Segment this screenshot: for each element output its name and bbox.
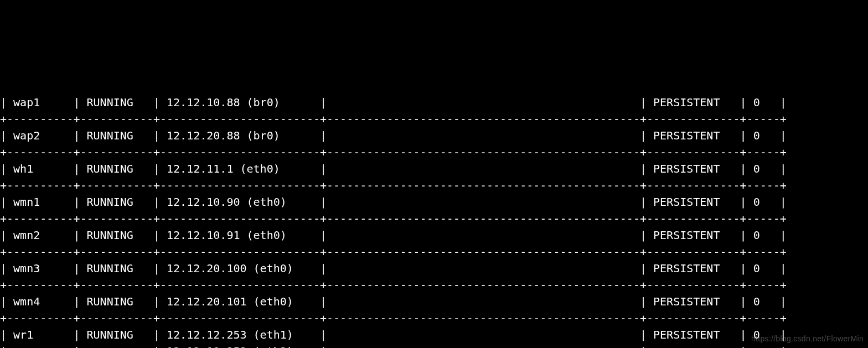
ascii-table: | wap1 | RUNNING | 12.12.10.88 (br0) | |… — [0, 94, 868, 348]
watermark-text: https://blog.csdn.net/FlowerMin — [751, 333, 864, 345]
terminal-output: | wap1 | RUNNING | 12.12.10.88 (br0) | |… — [0, 94, 868, 348]
